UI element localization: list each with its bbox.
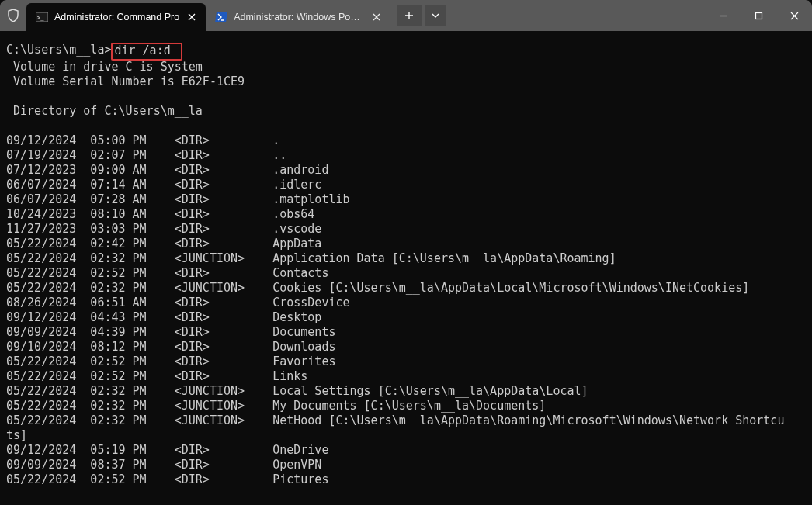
powershell-icon (215, 11, 227, 23)
tab-dropdown-button[interactable] (425, 5, 446, 26)
terminal-output[interactable]: C:\Users\m__la>dir /a:d Volume in drive … (0, 31, 812, 493)
command-highlight: dir /a:d (111, 43, 182, 61)
cmd-icon: >_ (36, 11, 48, 23)
tab-label: Administrator: Command Pro (54, 12, 179, 22)
new-tab-button[interactable] (397, 5, 422, 26)
tab-strip: >_ Administrator: Command Pro Administra… (26, 0, 390, 31)
close-tab-icon[interactable] (186, 11, 198, 23)
svg-rect-2 (755, 12, 762, 19)
minimize-button[interactable] (705, 0, 741, 31)
shield-icon (0, 0, 26, 31)
svg-text:>_: >_ (37, 15, 44, 21)
window-controls (705, 0, 812, 31)
tab-powershell[interactable]: Administrator: Windows Power (206, 3, 390, 31)
newtab-group (397, 0, 446, 31)
prompt-path: C:\Users\m__la> (6, 43, 111, 57)
tab-label: Administrator: Windows Power (234, 12, 364, 22)
titlebar-drag[interactable] (446, 0, 705, 31)
tab-cmd[interactable]: >_ Administrator: Command Pro (26, 3, 206, 31)
maximize-button[interactable] (741, 0, 776, 31)
close-tab-icon[interactable] (370, 11, 383, 23)
close-window-button[interactable] (776, 0, 812, 31)
titlebar: >_ Administrator: Command Pro Administra… (0, 0, 812, 31)
